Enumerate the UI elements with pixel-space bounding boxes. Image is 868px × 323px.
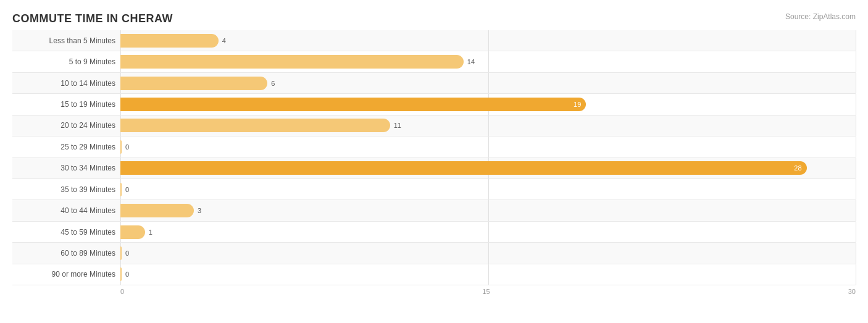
bar-track: 0 [120,179,856,199]
bar-fill [120,204,194,217]
bar-row: 35 to 39 Minutes0 [12,179,856,200]
bar-label: 90 or more Minutes [12,270,120,279]
grid-line [488,51,489,72]
bar-track: 0 [120,264,856,285]
bar-fill [120,267,122,281]
bar-value: 4 [222,37,226,44]
bar-label: 15 to 19 Minutes [12,100,120,109]
bar-value: 14 [467,58,475,65]
bar-row: 20 to 24 Minutes11 [12,115,856,136]
bar-fill [120,34,219,48]
grid-line [488,136,489,157]
grid-line [488,264,489,285]
bar-track: 0 [120,243,856,263]
grid-line [856,222,856,242]
axis-label: 0 [120,288,124,295]
bar-fill: 19 [120,98,586,111]
grid-line [488,200,489,220]
grid-line [488,179,489,199]
grid-line [856,179,856,199]
bar-track: 4 [120,30,856,51]
bar-value: 28 [794,164,801,172]
grid-line [488,30,489,51]
bar-row: Less than 5 Minutes4 [12,30,856,51]
bar-track: 1 [120,222,856,242]
bar-row: 60 to 89 Minutes0 [12,243,856,264]
bar-value: 1 [149,229,152,236]
grid-line [856,200,856,220]
axis-label: 30 [848,288,856,295]
bar-fill [120,246,122,260]
bar-label: 40 to 44 Minutes [12,206,120,215]
source-label: Source: ZipAtlas.com [785,12,856,21]
grid-line [856,158,856,178]
grid-line [488,73,489,93]
bar-fill: 28 [120,161,807,175]
bar-label: Less than 5 Minutes [12,36,120,45]
bar-row: 10 to 14 Minutes6 [12,73,856,94]
grid-line [488,115,489,136]
bar-row: 90 or more Minutes0 [12,264,856,285]
chart-area: Less than 5 Minutes45 to 9 Minutes1410 t… [12,30,856,285]
bar-fill [120,183,122,196]
bar-label: 60 to 89 Minutes [12,249,120,258]
bar-track: 6 [120,73,856,93]
bar-row: 40 to 44 Minutes3 [12,200,856,221]
grid-line [856,30,856,51]
chart-title: COMMUTE TIME IN CHERAW [12,12,856,25]
bar-row: 30 to 34 Minutes28 [12,158,856,179]
axis-labels: 01530 [120,288,856,295]
bar-value: 0 [125,143,129,151]
grid-line [856,73,856,93]
bar-label: 30 to 34 Minutes [12,164,120,172]
chart-container: COMMUTE TIME IN CHERAW Source: ZipAtlas.… [0,0,868,323]
bar-value: 0 [125,250,129,257]
bar-track: 14 [120,51,856,72]
bar-fill [120,225,145,239]
grid-line [856,136,856,157]
bar-label: 35 to 39 Minutes [12,185,120,194]
grid-line [856,115,856,136]
grid-line [856,94,856,114]
grid-line [856,243,856,263]
bar-track: 28 [120,158,856,178]
bar-track: 11 [120,115,856,136]
axis-row: 01530 [12,288,856,295]
bar-track: 0 [120,136,856,157]
bar-row: 45 to 59 Minutes1 [12,222,856,243]
bar-track: 19 [120,94,856,114]
bar-value: 19 [574,101,581,108]
bar-value: 0 [125,271,129,278]
axis-label: 15 [482,288,490,295]
bar-value: 3 [198,207,201,214]
bar-value: 0 [125,186,129,193]
bar-label: 10 to 14 Minutes [12,79,120,88]
grid-line [488,222,489,242]
bar-track: 3 [120,200,856,220]
grid-line [856,51,856,72]
bar-label: 20 to 24 Minutes [12,121,120,130]
bar-row: 5 to 9 Minutes14 [12,51,856,72]
bar-fill [120,140,122,154]
bar-label: 45 to 59 Minutes [12,228,120,237]
bar-row: 15 to 19 Minutes19 [12,94,856,115]
bar-label: 5 to 9 Minutes [12,57,120,66]
bar-fill [120,55,464,69]
grid-line [488,243,489,263]
bar-value: 11 [394,122,401,129]
bar-label: 25 to 29 Minutes [12,143,120,151]
bar-fill [120,77,267,90]
bar-row: 25 to 29 Minutes0 [12,136,856,157]
bar-fill [120,119,390,132]
grid-line [856,264,856,285]
bar-value: 6 [271,80,275,87]
